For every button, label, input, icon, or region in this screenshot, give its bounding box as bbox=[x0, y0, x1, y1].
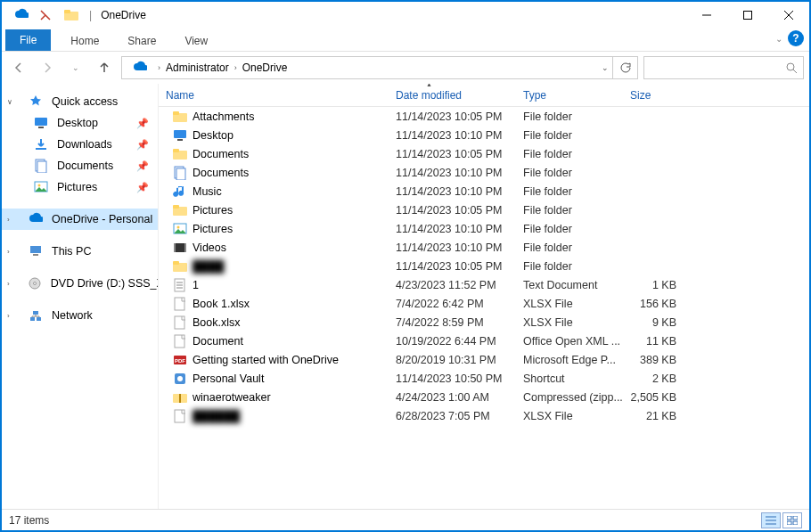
file-name: Attachments bbox=[193, 110, 254, 123]
tree-pictures[interactable]: Pictures📌 bbox=[2, 176, 158, 198]
help-icon[interactable]: ? bbox=[788, 30, 804, 46]
breadcrumb-item[interactable]: OneDrive bbox=[242, 61, 288, 74]
recent-dropdown-icon[interactable]: ⌄ bbox=[64, 56, 87, 79]
documents-icon bbox=[34, 159, 48, 173]
view-thumbnails-button[interactable] bbox=[782, 512, 802, 528]
ribbon-tab-view[interactable]: View bbox=[170, 31, 222, 51]
titlebar: | OneDrive bbox=[2, 2, 809, 29]
file-row[interactable]: Pictures11/14/2023 10:10 PMFile folder bbox=[159, 219, 809, 238]
tree-network[interactable]: ›Network bbox=[2, 305, 158, 326]
search-input[interactable] bbox=[643, 56, 804, 79]
file-date: 7/4/2022 6:42 PM bbox=[389, 298, 516, 310]
file-name: Book 1.xlsx bbox=[193, 298, 250, 310]
file-date: 6/28/2023 7:05 PM bbox=[389, 410, 516, 422]
breadcrumb-item[interactable]: Administrator bbox=[166, 61, 229, 74]
tree-downloads[interactable]: Downloads📌 bbox=[2, 134, 158, 155]
file-rows: Attachments11/14/2023 10:05 PMFile folde… bbox=[159, 107, 809, 509]
tree-label: This PC bbox=[52, 245, 91, 258]
tree-label: Desktop bbox=[57, 117, 98, 129]
vault-icon bbox=[173, 372, 187, 386]
file-row[interactable]: Getting started with OneDrive8/20/2019 1… bbox=[159, 350, 809, 369]
file-row[interactable]: 14/23/2023 11:52 PMText Document1 KB bbox=[159, 275, 809, 294]
file-type: Shortcut bbox=[516, 372, 623, 385]
file-type: File folder bbox=[516, 185, 623, 198]
file-date: 4/23/2023 11:52 PM bbox=[389, 279, 516, 291]
nav-bar: ⌄ › Administrator › OneDrive ⌄ bbox=[2, 52, 809, 84]
folder-icon bbox=[173, 203, 187, 217]
network-icon bbox=[29, 308, 43, 323]
file-name: Pictures bbox=[193, 204, 233, 217]
file-row[interactable]: Music11/14/2023 10:10 PMFile folder bbox=[159, 182, 809, 201]
file-name: Videos bbox=[193, 241, 226, 254]
tree-onedrive[interactable]: ›OneDrive - Personal bbox=[2, 209, 158, 230]
svg-rect-37 bbox=[787, 516, 791, 520]
qat-properties-icon[interactable] bbox=[39, 9, 52, 21]
file-size: 389 KB bbox=[623, 354, 687, 366]
tree-documents[interactable]: Documents📌 bbox=[2, 155, 158, 176]
col-date[interactable]: Date modified bbox=[389, 89, 516, 102]
ribbon-expand-icon[interactable]: ⌄ bbox=[775, 34, 782, 44]
ribbon-file[interactable]: File bbox=[5, 29, 51, 51]
file-name: Documents bbox=[193, 148, 249, 160]
file-type: File folder bbox=[516, 129, 623, 142]
file-row[interactable]: Documents11/14/2023 10:10 PMFile folder bbox=[159, 163, 809, 182]
file-name: Getting started with OneDrive bbox=[193, 354, 339, 366]
file-date: 11/14/2023 10:10 PM bbox=[389, 129, 516, 142]
file-row[interactable]: Personal Vault11/14/2023 10:50 PMShortcu… bbox=[159, 369, 809, 388]
ribbon-tab-home[interactable]: Home bbox=[56, 31, 113, 51]
tree-quick-access[interactable]: ∨Quick access bbox=[2, 91, 158, 112]
col-type[interactable]: Type bbox=[516, 89, 623, 102]
close-button[interactable] bbox=[768, 2, 809, 29]
ribbon-tab-share[interactable]: Share bbox=[113, 31, 170, 51]
pin-icon: 📌 bbox=[136, 182, 149, 193]
file-name: Music bbox=[193, 185, 222, 198]
file-row[interactable]: Documents11/14/2023 10:05 PMFile folder bbox=[159, 144, 809, 163]
file-row[interactable]: Videos11/14/2023 10:10 PMFile folder bbox=[159, 238, 809, 257]
cloud-icon bbox=[29, 212, 43, 226]
file-type: XLSX File bbox=[516, 298, 623, 310]
txt-icon bbox=[173, 278, 187, 292]
file-row[interactable]: ██████6/28/2023 7:05 PMXLSX File21 KB bbox=[159, 406, 809, 425]
file-size: 156 KB bbox=[623, 298, 687, 310]
documents-icon bbox=[173, 166, 187, 180]
maximize-button[interactable] bbox=[727, 2, 768, 29]
file-row[interactable]: Document10/19/2022 6:44 PMOffice Open XM… bbox=[159, 331, 809, 350]
file-type: XLSX File bbox=[516, 316, 623, 329]
minimize-button[interactable] bbox=[686, 2, 727, 29]
forward-button[interactable] bbox=[36, 56, 59, 79]
file-icon bbox=[173, 297, 187, 311]
file-list-pane: ▲ Name Date modified Type Size Attachmen… bbox=[159, 84, 809, 509]
file-row[interactable]: Book.xlsx7/4/2022 8:59 PMXLSX File9 KB bbox=[159, 313, 809, 331]
tree-thispc[interactable]: ›This PC bbox=[2, 241, 158, 262]
file-row[interactable]: ████11/14/2023 10:05 PMFile folder bbox=[159, 257, 809, 275]
file-row[interactable]: Pictures11/14/2023 10:05 PMFile folder bbox=[159, 201, 809, 219]
file-row[interactable]: Book 1.xlsx7/4/2022 6:42 PMXLSX File156 … bbox=[159, 294, 809, 313]
file-row[interactable]: winaerotweaker4/24/2023 1:00 AMCompresse… bbox=[159, 388, 809, 406]
tree-desktop[interactable]: Desktop📌 bbox=[2, 112, 158, 134]
breadcrumb-cloud-icon bbox=[133, 61, 147, 75]
videos-icon bbox=[173, 241, 187, 255]
address-bar[interactable]: › Administrator › OneDrive ⌄ bbox=[121, 56, 613, 79]
file-row[interactable]: Desktop11/14/2023 10:10 PMFile folder bbox=[159, 126, 809, 144]
back-button[interactable] bbox=[7, 56, 30, 79]
qat-folder-icon[interactable] bbox=[57, 8, 84, 22]
up-button[interactable] bbox=[93, 56, 116, 79]
chevron-right-icon[interactable]: › bbox=[234, 63, 237, 72]
pictures-icon bbox=[173, 222, 187, 236]
search-icon bbox=[785, 61, 798, 74]
col-size[interactable]: Size bbox=[623, 89, 687, 102]
desktop-icon bbox=[173, 128, 187, 143]
refresh-button[interactable] bbox=[613, 56, 638, 79]
file-date: 11/14/2023 10:10 PM bbox=[389, 185, 516, 198]
music-icon bbox=[173, 184, 187, 199]
file-date: 11/14/2023 10:50 PM bbox=[389, 372, 516, 385]
chevron-down-icon[interactable]: ⌄ bbox=[602, 63, 609, 72]
app-icon-onedrive bbox=[7, 8, 34, 22]
file-row[interactable]: Attachments11/14/2023 10:05 PMFile folde… bbox=[159, 107, 809, 126]
file-icon bbox=[173, 409, 187, 423]
file-name: ████ bbox=[193, 260, 224, 273]
view-details-button[interactable] bbox=[761, 512, 781, 528]
col-name[interactable]: Name bbox=[159, 89, 389, 102]
tree-dvd[interactable]: ›DVD Drive (D:) SSS_X6 bbox=[2, 273, 158, 294]
chevron-right-icon[interactable]: › bbox=[158, 63, 160, 72]
